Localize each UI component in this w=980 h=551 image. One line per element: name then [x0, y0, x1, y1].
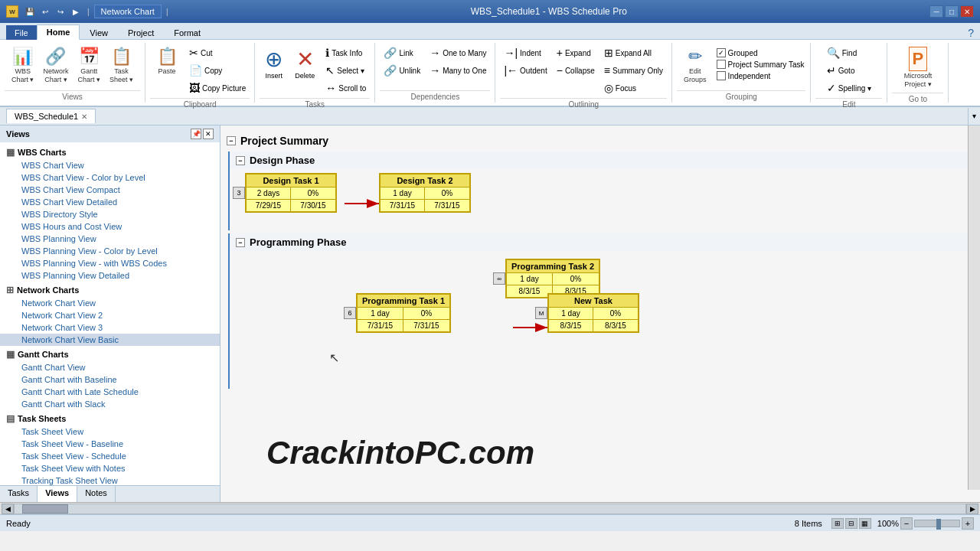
expand-btn[interactable]: + Expand	[553, 44, 599, 61]
select-btn[interactable]: ↖ Select ▾	[322, 62, 370, 79]
summary-only-btn[interactable]: ≡ Summary Only	[600, 62, 667, 79]
task-info-btn[interactable]: ℹ Task Info	[322, 44, 370, 61]
independent-checkbox[interactable]: Independent	[715, 70, 806, 81]
grid-btn[interactable]: ⊟	[845, 518, 858, 529]
tab-project[interactable]: Project	[118, 25, 164, 40]
wbs-chart-compact-item[interactable]: WBS Chart View Compact	[0, 184, 220, 196]
list-btn[interactable]: ▦	[859, 518, 871, 529]
scroll-right-btn[interactable]: ▶	[966, 504, 978, 514]
wbs-hours-item[interactable]: WBS Hours and Cost View	[0, 220, 220, 233]
task-sheet-btn[interactable]: 📋 TaskSheet ▾	[106, 44, 137, 86]
gantt-late-item[interactable]: Gantt Chart with Late Schedule	[0, 386, 220, 398]
design-task-2-node[interactable]: Design Task 2 1 day 0% 7/31/15 7/31/15	[379, 173, 471, 213]
grouped-checkbox[interactable]: Grouped	[715, 47, 806, 58]
focus-btn[interactable]: ◎ Focus	[600, 80, 667, 96]
scroll-left-btn[interactable]: ◀	[2, 504, 14, 514]
wbs-directory-item[interactable]: WBS Directory Style	[0, 208, 220, 220]
sidebar-tab-views[interactable]: Views	[38, 486, 77, 502]
close-btn[interactable]: ✕	[960, 5, 974, 18]
new-task-node[interactable]: M New Task 1 day 0% 8/3/15 8/3/15	[547, 293, 639, 333]
gantt-slack-item[interactable]: Gantt Chart with Slack	[0, 398, 220, 410]
undo-btn[interactable]: ↩	[38, 5, 52, 18]
design-phase-collapse[interactable]: −	[236, 156, 245, 165]
project-summary-collapse[interactable]: −	[227, 136, 236, 145]
maximize-btn[interactable]: □	[945, 5, 959, 18]
link-btn[interactable]: 🔗 Link	[380, 44, 424, 61]
zoom-out-btn[interactable]: −	[900, 517, 913, 530]
vertical-scrollbar[interactable]	[968, 126, 980, 490]
scroll-to-btn[interactable]: ↔ Scroll to	[322, 80, 370, 96]
goto-btn[interactable]: ↵ Goto	[823, 62, 875, 79]
run-btn[interactable]: ▶	[69, 5, 83, 18]
doc-tab-close-icon[interactable]: ✕	[81, 112, 87, 121]
programming-phase-collapse[interactable]: −	[236, 238, 245, 247]
ms-project-btn[interactable]: P MicrosoftProject ▾	[900, 44, 936, 91]
unlink-btn[interactable]: 🔗 Unlink	[380, 62, 424, 79]
sidebar-tab-tasks[interactable]: Tasks	[0, 486, 38, 502]
insert-btn[interactable]: ⊕ Insert	[260, 44, 288, 82]
sidebar-close-btn[interactable]: ✕	[203, 129, 214, 139]
help-btn[interactable]: ?	[968, 27, 974, 39]
task-sheets-header[interactable]: ▤ Task Sheets	[0, 412, 220, 425]
project-summary-checkbox[interactable]: Project Summary Task	[715, 59, 806, 70]
task-sheet-baseline-item[interactable]: Task Sheet View - Baseline	[0, 438, 220, 450]
task-sheet-view-item[interactable]: Task Sheet View	[0, 425, 220, 438]
tab-dropdown-btn[interactable]: ▾	[968, 108, 980, 125]
copy-picture-btn[interactable]: 🖼 Copy Picture	[185, 80, 250, 96]
many-to-one-btn[interactable]: → Many to One	[426, 62, 490, 79]
design-task-1-node[interactable]: 3 Design Task 1 2 days 0% 7/29/15 7/30/1…	[245, 173, 337, 213]
scroll-track[interactable]	[14, 504, 966, 514]
network-charts-header[interactable]: ⊞ Network Charts	[0, 283, 220, 297]
network-chart-btn[interactable]: 🔗 NetworkChart ▾	[39, 44, 72, 86]
minimize-btn[interactable]: ─	[929, 5, 943, 18]
scroll-thumb[interactable]	[22, 504, 68, 514]
sidebar-tab-notes[interactable]: Notes	[77, 486, 116, 502]
delete-btn[interactable]: ✕ Delete	[289, 44, 320, 82]
cut-btn[interactable]: ✂ Cut	[185, 44, 250, 61]
wbs-chart-btn[interactable]: 📊 WBSChart ▾	[8, 44, 38, 86]
sidebar-pin-btn[interactable]: 📌	[191, 129, 201, 139]
programming-task-1-node[interactable]: 6 Programming Task 1 1 day 0% 7/31/15 7/…	[356, 293, 451, 333]
edit-groups-btn[interactable]: ✏ EditGroups	[677, 44, 714, 86]
spelling-btn[interactable]: ✓ Spelling ▾	[823, 80, 875, 96]
gantt-baseline-item[interactable]: Gantt Chart with Baseline	[0, 373, 220, 386]
wbs-charts-header[interactable]: ▦ WBS Charts	[0, 145, 220, 159]
wbs-planning-codes-item[interactable]: WBS Planning View - with WBS Codes	[0, 257, 220, 269]
wbs-chart-color-item[interactable]: WBS Chart View - Color by Level	[0, 171, 220, 184]
outdent-btn[interactable]: |← Outdent	[500, 62, 550, 79]
tab-home[interactable]: Home	[37, 24, 80, 40]
task-sheet-notes-item[interactable]: Task Sheet View with Notes	[0, 462, 220, 474]
tracking-task-sheet-item[interactable]: Tracking Task Sheet View	[0, 474, 220, 485]
gantt-charts-header[interactable]: ▦ Gantt Charts	[0, 347, 220, 361]
doc-tab-wbs[interactable]: WBS_Schedule1 ✕	[6, 109, 96, 123]
wbs-planning-color-item[interactable]: WBS Planning View - Color by Level	[0, 245, 220, 257]
network-chart-tab[interactable]: Network Chart	[94, 5, 162, 18]
expand-all-btn[interactable]: ⊞ Expand All	[600, 44, 667, 61]
view-options-btn[interactable]: ⊞	[831, 518, 844, 529]
one-to-many-btn[interactable]: → One to Many	[426, 44, 490, 61]
network-chart-view2-item[interactable]: Network Chart View 2	[0, 309, 220, 321]
gantt-chart-view-item[interactable]: Gantt Chart View	[0, 361, 220, 373]
tab-format[interactable]: Format	[164, 25, 211, 40]
horizontal-scrollbar[interactable]: ◀ ▶	[0, 502, 980, 514]
paste-btn[interactable]: 📋 Paste	[150, 44, 184, 78]
chart-area[interactable]: − Project Summary − Design Phase 3	[220, 126, 968, 502]
wbs-chart-view-item[interactable]: WBS Chart View	[0, 159, 220, 171]
find-btn[interactable]: 🔍 Find	[823, 44, 875, 61]
tab-view[interactable]: View	[80, 25, 118, 40]
network-chart-view3-item[interactable]: Network Chart View 3	[0, 321, 220, 334]
tab-file[interactable]: File	[6, 25, 37, 40]
wbs-planning-item[interactable]: WBS Planning View	[0, 233, 220, 245]
zoom-slider[interactable]	[914, 520, 960, 527]
gantt-chart-btn[interactable]: 📅 GanttChart ▾	[74, 44, 104, 86]
zoom-slider-thumb[interactable]	[936, 519, 941, 530]
task-sheet-schedule-item[interactable]: Task Sheet View - Schedule	[0, 450, 220, 462]
copy-btn[interactable]: 📄 Copy	[185, 62, 250, 79]
save-btn[interactable]: 💾	[23, 5, 37, 18]
indent-btn[interactable]: →| Indent	[500, 44, 550, 61]
wbs-chart-detailed-item[interactable]: WBS Chart View Detailed	[0, 196, 220, 208]
collapse-btn[interactable]: − Collapse	[553, 62, 599, 79]
network-chart-view-item[interactable]: Network Chart View	[0, 297, 220, 309]
network-chart-basic-item[interactable]: Network Chart View Basic	[0, 334, 220, 346]
zoom-in-btn[interactable]: +	[962, 517, 974, 530]
